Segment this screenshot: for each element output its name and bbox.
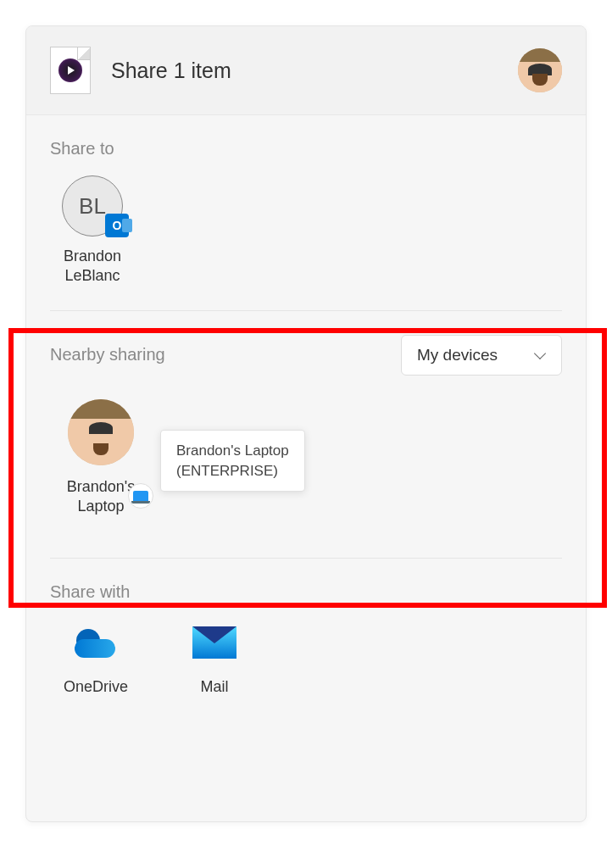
file-type-icon (50, 47, 91, 94)
media-play-icon (58, 58, 82, 82)
app-name: Mail (200, 678, 228, 696)
app-mail[interactable]: Mail (175, 619, 253, 696)
dropdown-label: My devices (417, 346, 498, 364)
dialog-content: Share to BL O Brandon LeBlanc Nearby sha… (26, 115, 586, 720)
share-with-heading: Share with (50, 582, 562, 602)
contact-avatar: BL O (62, 175, 123, 236)
share-with-section: Share with OneDrive Mail (50, 582, 562, 696)
contact-initials: BL (79, 193, 106, 220)
mail-icon (191, 619, 238, 666)
device-tooltip: Brandon's Laptop (ENTERPRISE) (160, 430, 305, 492)
laptop-icon (133, 491, 148, 501)
outlook-icon: O (105, 214, 129, 237)
chevron-down-icon (534, 349, 546, 361)
divider (50, 310, 562, 311)
dialog-header: Share 1 item (26, 26, 586, 115)
share-to-section: Share to BL O Brandon LeBlanc (50, 139, 562, 287)
onedrive-icon (72, 619, 120, 666)
device-brandons-laptop[interactable]: Brandon's Laptop (50, 399, 152, 517)
nearby-sharing-section: Nearby sharing My devices Brandon's (50, 335, 562, 517)
app-onedrive[interactable]: OneDrive (57, 619, 135, 696)
nearby-scope-dropdown[interactable]: My devices (401, 335, 562, 376)
share-dialog: Share 1 item Share to BL O Brandon LeBla… (25, 25, 587, 822)
device-name: Brandon's Laptop (67, 477, 136, 517)
laptop-badge (128, 483, 153, 509)
nearby-sharing-heading: Nearby sharing (50, 345, 165, 364)
dialog-title: Share 1 item (111, 58, 518, 83)
contact-brandon-leblanc[interactable]: BL O Brandon LeBlanc (50, 175, 135, 287)
app-name: OneDrive (64, 678, 128, 696)
device-avatar (68, 399, 134, 465)
share-to-heading: Share to (50, 139, 562, 159)
user-avatar[interactable] (518, 48, 562, 92)
divider (50, 558, 562, 559)
contact-name: Brandon LeBlanc (64, 247, 121, 287)
